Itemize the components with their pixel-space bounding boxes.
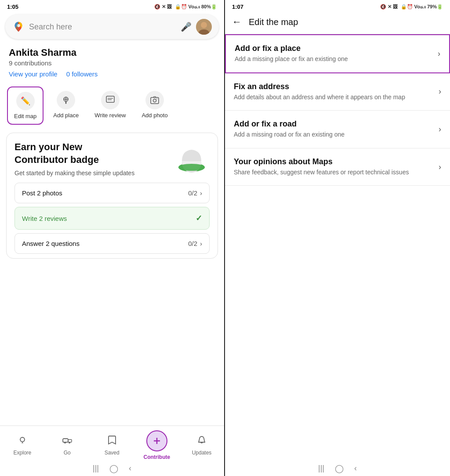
nav-home-icon: ◯ bbox=[109, 464, 118, 473]
status-bar-left: 1:05 🔇 ✕ 🖼 🔒⏰ Vo₀ᵢ.ₗₗ 80%🔋 bbox=[0, 0, 224, 12]
badge-card-subtitle: Get started by making these simple updat… bbox=[15, 169, 142, 177]
menu-item-add-fix-road-desc: Add a missing road or fix an existing on… bbox=[234, 130, 434, 139]
svg-rect-10 bbox=[151, 97, 159, 104]
menu-item-opinions[interactable]: Your opinions about Maps Share feedback,… bbox=[225, 148, 450, 186]
followers-link[interactable]: 0 followers bbox=[66, 70, 98, 78]
right-nav-home-icon: ◯ bbox=[335, 464, 344, 473]
svg-point-20 bbox=[64, 442, 66, 444]
edit-map-label: Edit map bbox=[14, 113, 36, 119]
add-photo-icon bbox=[145, 91, 164, 109]
saved-label: Saved bbox=[105, 450, 120, 456]
bottom-nav: Explore Go Saved Contribute Updates bbox=[0, 426, 224, 463]
contribute-plus-icon[interactable] bbox=[146, 430, 167, 451]
updates-label: Updates bbox=[192, 450, 212, 456]
svg-point-16 bbox=[178, 164, 205, 171]
svg-point-21 bbox=[69, 442, 70, 444]
task-questions-chevron: › bbox=[200, 240, 202, 247]
add-place-icon bbox=[57, 91, 75, 109]
write-review-icon bbox=[101, 91, 120, 109]
menu-item-opinions-desc: Share feedback, suggest new features or … bbox=[234, 168, 434, 177]
edit-map-button[interactable]: ✏️ Edit map bbox=[7, 87, 44, 125]
nav-item-go[interactable]: Go bbox=[54, 435, 80, 456]
view-profile-link[interactable]: View your profile bbox=[9, 70, 58, 78]
right-title: Edit the map bbox=[249, 17, 298, 27]
nav-recents-icon: ‹ bbox=[129, 464, 131, 473]
right-nav-recents-icon: ‹ bbox=[354, 464, 357, 473]
menu-item-add-fix-place-desc: Add a missing place or fix an existing o… bbox=[235, 55, 433, 64]
menu-item-fix-address-desc: Add details about an address and where i… bbox=[234, 93, 434, 102]
time-left: 1:05 bbox=[7, 4, 18, 10]
task-item-photos[interactable]: Post 2 photos 0/2 › bbox=[15, 183, 210, 203]
nav-back-icon: ||| bbox=[93, 464, 99, 473]
add-place-button[interactable]: Add place bbox=[47, 87, 85, 125]
add-place-label: Add place bbox=[53, 112, 79, 119]
avatar[interactable] bbox=[196, 19, 212, 35]
task-reviews-right: ✓ bbox=[196, 213, 202, 223]
profile-links: View your profile 0 followers bbox=[9, 70, 215, 78]
right-nav-back-icon: ||| bbox=[318, 464, 324, 473]
chevron-add-fix-place: › bbox=[438, 49, 440, 58]
menu-item-fix-address-content: Fix an address Add details about an addr… bbox=[234, 82, 434, 102]
task-photos-chevron: › bbox=[200, 189, 202, 197]
write-review-button[interactable]: Write review bbox=[88, 87, 132, 125]
menu-options: Add or fix a place Add a missing place o… bbox=[225, 34, 450, 186]
go-icon bbox=[62, 435, 73, 448]
status-bar-right: 1:07 🔇 ✕ 🖼 🔒⏰ Vo₀ᵢ.ₗₗ 79%🔋 bbox=[225, 0, 450, 12]
svg-point-11 bbox=[153, 99, 156, 102]
menu-item-add-fix-road-title: Add or fix a road bbox=[234, 119, 434, 129]
badge-hat-illustration bbox=[173, 137, 210, 179]
badge-card: Earn your New Contributor badge Get star… bbox=[6, 133, 218, 259]
svg-rect-18 bbox=[63, 439, 68, 442]
nav-item-saved[interactable]: Saved bbox=[99, 435, 125, 456]
check-icon: ✓ bbox=[196, 213, 202, 223]
action-buttons: ✏️ Edit map Add place Write review Add p… bbox=[0, 82, 224, 129]
menu-item-add-fix-place-content: Add or fix a place Add a missing place o… bbox=[235, 44, 433, 64]
menu-item-fix-address[interactable]: Fix an address Add details about an addr… bbox=[225, 73, 450, 111]
write-review-label: Write review bbox=[94, 112, 126, 119]
saved-icon bbox=[107, 435, 117, 448]
edit-map-icon: ✏️ bbox=[16, 92, 35, 110]
nav-item-updates[interactable]: Updates bbox=[189, 435, 215, 456]
badge-card-title: Earn your New Contributor badge bbox=[15, 141, 131, 166]
avatar-image bbox=[196, 19, 212, 35]
menu-item-add-fix-place[interactable]: Add or fix a place Add a missing place o… bbox=[225, 34, 450, 73]
nav-item-contribute[interactable]: Contribute bbox=[144, 430, 171, 460]
svg-rect-19 bbox=[68, 440, 72, 442]
right-panel: 1:07 🔇 ✕ 🖼 🔒⏰ Vo₀ᵢ.ₗₗ 79%🔋 ← Edit the ma… bbox=[225, 0, 450, 476]
task-item-reviews[interactable]: Write 2 reviews ✓ bbox=[15, 207, 210, 230]
explore-label: Explore bbox=[14, 450, 32, 456]
task-photos-label: Post 2 photos bbox=[22, 189, 62, 197]
contribute-label: Contribute bbox=[144, 454, 171, 460]
menu-item-fix-address-title: Fix an address bbox=[234, 82, 434, 91]
home-indicator-right: ||| ◯ ‹ bbox=[318, 464, 357, 473]
task-photos-right: 0/2 › bbox=[188, 189, 202, 197]
status-icons-right: 🔇 ✕ 🖼 🔒⏰ Vo₀ᵢ.ₗₗ 79%🔋 bbox=[380, 4, 443, 10]
mic-icon[interactable]: 🎤 bbox=[181, 22, 192, 32]
nav-item-explore[interactable]: Explore bbox=[9, 435, 36, 456]
menu-item-opinions-content: Your opinions about Maps Share feedback,… bbox=[234, 157, 434, 177]
updates-icon bbox=[196, 435, 207, 448]
go-label: Go bbox=[64, 450, 71, 456]
svg-point-17 bbox=[20, 437, 25, 442]
menu-item-opinions-title: Your opinions about Maps bbox=[234, 157, 434, 166]
menu-item-add-fix-place-title: Add or fix a place bbox=[235, 44, 433, 53]
search-placeholder: Search here bbox=[29, 22, 176, 32]
profile-name: Ankita Sharma bbox=[9, 47, 215, 58]
svg-point-2 bbox=[201, 22, 207, 28]
task-reviews-label: Write 2 reviews bbox=[22, 215, 67, 222]
home-indicator-left: ||| ◯ ‹ bbox=[93, 464, 131, 473]
task-questions-progress: 0/2 bbox=[188, 240, 197, 247]
back-button[interactable]: ← bbox=[232, 16, 242, 28]
chevron-fix-address: › bbox=[439, 87, 441, 96]
search-bar[interactable]: Search here 🎤 bbox=[5, 14, 219, 39]
add-photo-button[interactable]: Add photo bbox=[135, 87, 174, 125]
menu-item-add-fix-road-content: Add or fix a road Add a missing road or … bbox=[234, 119, 434, 139]
menu-item-add-fix-road[interactable]: Add or fix a road Add a missing road or … bbox=[225, 111, 450, 148]
task-item-questions[interactable]: Answer 2 questions 0/2 › bbox=[15, 233, 210, 254]
add-photo-label: Add photo bbox=[142, 112, 167, 119]
profile-contributions: 9 contributions bbox=[9, 59, 215, 67]
google-maps-logo bbox=[12, 21, 25, 33]
task-questions-right: 0/2 › bbox=[188, 240, 202, 247]
explore-icon bbox=[17, 435, 28, 448]
status-icons-left: 🔇 ✕ 🖼 🔒⏰ Vo₀ᵢ.ₗₗ 80%🔋 bbox=[154, 4, 217, 10]
